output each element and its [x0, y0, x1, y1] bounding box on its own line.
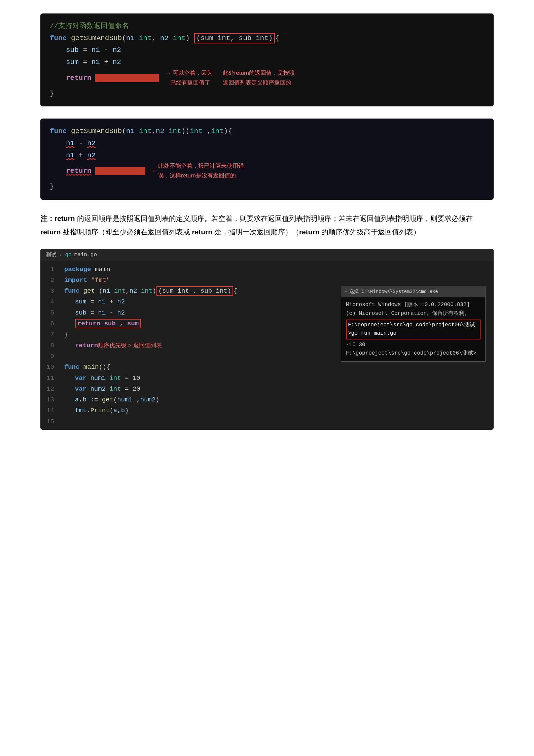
terminal-line-4: -10 30: [346, 341, 480, 350]
note-prefix: 注：: [40, 215, 55, 222]
ide-tab-bar: 测试 › go main.go: [40, 249, 494, 261]
annotation-2a: 此处不能空着，报已计算未使用错: [158, 161, 244, 171]
code-line-close1: }: [50, 88, 484, 100]
code-line-sub: sub = n1 - n2: [66, 44, 484, 56]
note-keyword-return: return: [55, 215, 75, 222]
tab-filename: main.go: [74, 252, 97, 258]
note-body2: 处指明顺序（即至少必须在返回值列表或: [61, 228, 192, 236]
note-section: 注：return 的返回顺序是按照返回值列表的定义顺序。若空着，则要求在返回值列…: [40, 212, 494, 239]
terminal-line-3: F:\goproeject\src\go_code\project06\测试>g…: [346, 320, 480, 339]
cb2-n1-n2: n1 - n2: [66, 137, 484, 150]
terminal-line-5: F:\goproeject\src\go_code\project06\测试>: [346, 349, 480, 358]
cb2-return-line: return → 此处不能空着，报已计算未使用错 误，这样return是没有返回…: [66, 161, 484, 181]
terminal-body: Microsoft Windows [版本 10.0.22000.832] (c…: [341, 297, 485, 361]
terminal-overlay: ▪ 选择 C:\Windows\System32\cmd.exe Microso…: [341, 286, 486, 362]
code-line-10: func main(){: [64, 362, 490, 372]
note-keyword-return2: return: [40, 228, 61, 236]
code-block-1: //支持对函数返回值命名 func getSumAndSub(n1 int, n…: [40, 13, 494, 106]
code-line-return: return → 可以空着，因为 已经有返回值了 此处return的返回值，是按…: [66, 68, 484, 88]
terminal-line-1: Microsoft Windows [版本 10.0.22000.832]: [346, 301, 480, 309]
line-numbers: 12345 678910 1112131415: [40, 264, 60, 427]
code-line-comment: //支持对函数返回值命名: [50, 20, 484, 32]
annotation-1c: 此处return的返回值，是按照: [223, 68, 295, 78]
note-body3: 处，指明一次返回顺序）（: [212, 228, 299, 236]
code-line-11: var num1 int = 10: [75, 373, 490, 384]
ide-body: 12345 678910 1112131415 package main imp…: [40, 261, 494, 430]
breadcrumb-test: 测试: [46, 252, 57, 259]
tab-icon: go: [65, 252, 72, 258]
code-line-sum: sum = n1 + n2: [66, 56, 484, 68]
annotation-2b: 误，这样return是没有返回值的: [158, 171, 244, 181]
ide-container: 测试 › go main.go 12345 678910 1112131415 …: [40, 249, 494, 430]
note-body: 的返回顺序是按照返回值列表的定义顺序。若空着，则要求在返回值列表指明顺序；若未在…: [75, 215, 473, 222]
annotation-1a: 可以空着，因为: [173, 68, 213, 78]
note-keyword-return3: return: [192, 228, 212, 236]
terminal-line-2: (c) Microsoft Corporation。保留所有权利。: [346, 309, 480, 318]
terminal-title-text: 选择 C:\Windows\System32\cmd.exe: [349, 288, 438, 296]
cb2-n1-plus-n2: n1 + n2: [66, 150, 484, 162]
cb2-close: }: [50, 181, 484, 193]
cb2-func-line: func getSumAndSub(n1 int,n2 int)(int ,in…: [50, 125, 484, 137]
code-line-13: a,b := get(num1 ,num2): [75, 394, 490, 405]
note-keyword-return4: return: [299, 228, 320, 236]
terminal-icon: ▪: [345, 288, 347, 296]
code-line-12: var num2 int = 20: [75, 384, 490, 394]
annotation-1b: 已经有返回值了: [170, 78, 213, 88]
annotation-1d: 返回值列表定义顺序返回的: [223, 78, 295, 88]
code-line-15: [64, 416, 490, 427]
code-line-1: package main: [64, 264, 490, 275]
breadcrumb-sep: ›: [59, 252, 63, 258]
code-line-2: import "fmt": [64, 275, 490, 286]
code-block-2: func getSumAndSub(n1 int,n2 int)(int ,in…: [40, 119, 494, 200]
code-line-14: fmt.Print(a,b): [75, 405, 490, 416]
note-body4: 的顺序优先级高于返回值列表）: [320, 228, 421, 236]
terminal-title-bar: ▪ 选择 C:\Windows\System32\cmd.exe: [341, 286, 485, 298]
code-line-func: func getSumAndSub(n1 int, n2 int) (sum i…: [50, 32, 484, 44]
